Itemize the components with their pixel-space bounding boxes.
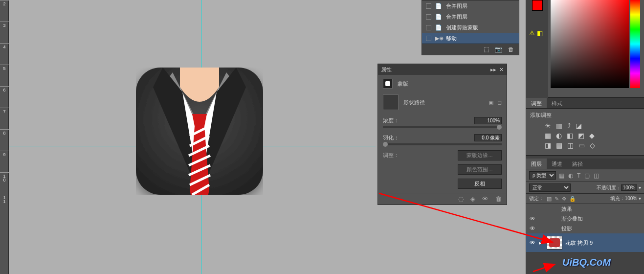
vector-mask-icon[interactable]: ◻ bbox=[497, 99, 502, 106]
new-icon[interactable]: ⬚ bbox=[484, 46, 489, 53]
opacity-label: 不透明度： bbox=[597, 185, 621, 190]
layer-thumbnail[interactable] bbox=[547, 236, 562, 250]
properties-panel: 属性 ▸▸ ✕ 蒙版 形状路径 ▣ ◻ 浓度： 羽化： bbox=[378, 64, 507, 205]
bw-icon[interactable]: ◧ bbox=[567, 132, 573, 139]
visibility-icon[interactable]: 👁 bbox=[529, 215, 536, 222]
density-slider[interactable] bbox=[383, 126, 502, 128]
filter-kind-select[interactable]: ρ 类型 bbox=[529, 171, 556, 180]
gamut-warning-icon[interactable]: ⚠ ◧ bbox=[529, 29, 543, 37]
menu-item-merge2[interactable]: 📄合并图层 bbox=[422, 11, 519, 22]
selective-color-icon[interactable]: ◇ bbox=[590, 141, 595, 149]
layer-gradient-row[interactable]: 👁渐变叠加 bbox=[526, 214, 644, 224]
threshold-icon[interactable]: ◫ bbox=[567, 141, 574, 149]
visibility-icon[interactable]: 👁 bbox=[529, 225, 536, 232]
channel-mixer-icon[interactable]: ◆ bbox=[589, 132, 595, 139]
ruler-vertical: 234567891011 bbox=[0, 0, 9, 274]
fx-label: 效果 bbox=[561, 206, 572, 213]
apply-mask-icon[interactable]: ◈ bbox=[470, 195, 475, 203]
menu-item-move[interactable]: ▶⊕移动 bbox=[422, 33, 519, 44]
layers-tabs: 图层 通道 路径 bbox=[526, 159, 644, 169]
levels-icon[interactable]: ▥ bbox=[556, 122, 562, 130]
layer-pattern-copy9[interactable]: 👁 ▸ 花纹 拷贝 9 bbox=[526, 233, 644, 252]
adjust-label: 调整： bbox=[383, 152, 399, 159]
path-thumb[interactable] bbox=[383, 94, 399, 110]
hue-strip[interactable] bbox=[630, 0, 640, 88]
layer-name: 花纹 拷贝 9 bbox=[565, 239, 593, 247]
feather-label: 羽化： bbox=[383, 134, 399, 141]
layer-shadow-row[interactable]: 👁投影 bbox=[526, 224, 644, 233]
add-adjustment-label: 添加调整 bbox=[530, 112, 640, 119]
delete-mask-icon[interactable]: 🗑 bbox=[495, 195, 502, 203]
select-mask-icon[interactable]: ◌ bbox=[458, 195, 464, 203]
feather-slider[interactable] bbox=[383, 143, 502, 145]
menu-item-clipmask[interactable]: 📄创建剪贴蒙版 bbox=[422, 22, 519, 33]
suit-icon-artwork bbox=[136, 68, 263, 195]
invert-icon[interactable]: ◨ bbox=[545, 141, 551, 149]
properties-title: 属性 bbox=[381, 66, 392, 73]
mask-edge-button[interactable]: 蒙版边缘... bbox=[458, 150, 502, 160]
watermark: UiBQ.CoM bbox=[562, 257, 611, 268]
adjust-tabs: 调整 样式 bbox=[526, 98, 644, 109]
color-range-button[interactable]: 颜色范围... bbox=[458, 164, 502, 175]
lock-all-icon[interactable]: 🔒 bbox=[569, 196, 576, 202]
density-input[interactable] bbox=[474, 117, 502, 124]
filter-text-icon[interactable]: T bbox=[576, 172, 581, 179]
tab-adjustments[interactable]: 调整 bbox=[526, 98, 547, 108]
blend-mode-select[interactable]: 正常 bbox=[529, 183, 571, 192]
camera-icon[interactable]: 📷 bbox=[495, 46, 502, 53]
photo-filter-icon[interactable]: ◩ bbox=[578, 132, 584, 139]
density-label: 浓度： bbox=[383, 117, 399, 124]
hue-icon[interactable]: ◐ bbox=[556, 132, 562, 139]
menu-item-merge1[interactable]: 📄合并图层 bbox=[422, 0, 519, 11]
menu-label: 创建剪贴蒙版 bbox=[446, 24, 478, 31]
lock-position-icon[interactable]: ✥ bbox=[562, 196, 566, 202]
canvas-area[interactable] bbox=[9, 0, 376, 274]
tab-layers[interactable]: 图层 bbox=[526, 159, 547, 169]
shadow-label: 投影 bbox=[561, 225, 572, 232]
foreground-color[interactable] bbox=[532, 0, 543, 11]
close-icon[interactable]: ✕ bbox=[499, 67, 504, 73]
filter-shape-icon[interactable]: ▢ bbox=[583, 172, 591, 179]
mask-label: 蒙版 bbox=[398, 80, 408, 88]
tab-styles[interactable]: 样式 bbox=[547, 98, 567, 108]
brightness-icon[interactable]: ☀ bbox=[545, 122, 551, 130]
visibility-icon[interactable]: 👁 bbox=[529, 239, 536, 246]
invert-button[interactable]: 反相 bbox=[458, 179, 502, 189]
context-menu: 📄合并图层 📄合并图层 📄创建剪贴蒙版 ▶⊕移动 ⬚ 📷 🗑 bbox=[422, 0, 519, 55]
lock-transparent-icon[interactable]: ▨ bbox=[547, 196, 552, 202]
fill-label: 填充： bbox=[610, 196, 625, 201]
menu-label: 合并图层 bbox=[446, 2, 467, 10]
vibrance-icon[interactable]: ▦ bbox=[545, 132, 551, 139]
adjustments-panel: 添加调整 ☀ ▥ ⤴ ◪ ▦ ◐ ◧ ◩ ◆ ◨ ▤ ◫ ▭ ◇ bbox=[526, 109, 644, 156]
filter-smart-icon[interactable]: ◫ bbox=[593, 172, 600, 179]
curves-icon[interactable]: ⤴ bbox=[567, 122, 571, 130]
lock-paint-icon[interactable]: ✎ bbox=[555, 196, 559, 202]
collapse-icon[interactable]: ▸▸ bbox=[490, 67, 496, 73]
trash-icon[interactable]: 🗑 bbox=[508, 46, 514, 53]
path-label: 形状路径 bbox=[403, 99, 425, 106]
posterize-icon[interactable]: ▤ bbox=[556, 141, 562, 149]
menu-label: 移动 bbox=[446, 35, 457, 42]
exposure-icon[interactable]: ◪ bbox=[576, 122, 582, 130]
menu-label: 合并图层 bbox=[446, 13, 467, 21]
gradient-map-icon[interactable]: ▭ bbox=[578, 141, 585, 149]
feather-input[interactable] bbox=[474, 134, 502, 141]
filter-pixel-icon[interactable]: ▦ bbox=[558, 172, 565, 179]
right-column: ⚠ ◧ 调整 样式 添加调整 ☀ ▥ ⤴ ◪ ▦ ◐ ◧ ◩ ◆ ◨ ▤ ◫ ▭… bbox=[526, 0, 644, 274]
color-panel: ⚠ ◧ bbox=[526, 0, 644, 98]
filter-adjust-icon[interactable]: ◐ bbox=[567, 172, 574, 179]
tab-paths[interactable]: 路径 bbox=[567, 159, 588, 169]
gradient-label: 渐变叠加 bbox=[561, 215, 583, 223]
opacity-value[interactable]: 100% bbox=[621, 184, 638, 191]
toggle-mask-icon[interactable]: 👁 bbox=[482, 195, 489, 203]
mask-thumb[interactable] bbox=[383, 79, 393, 89]
tab-channels[interactable]: 通道 bbox=[547, 159, 567, 169]
fill-value[interactable]: 100% bbox=[625, 196, 638, 201]
layers-panel: ρ 类型 ▦ ◐ T ▢ ◫ 正常 不透明度：100% ▾ 锁定： ▨ ✎ ✥ … bbox=[526, 169, 644, 252]
color-picker[interactable] bbox=[551, 0, 629, 88]
lock-label: 锁定： bbox=[529, 195, 544, 202]
layer-fx-row[interactable]: 效果 bbox=[526, 204, 644, 214]
pixel-mask-icon[interactable]: ▣ bbox=[489, 99, 493, 106]
